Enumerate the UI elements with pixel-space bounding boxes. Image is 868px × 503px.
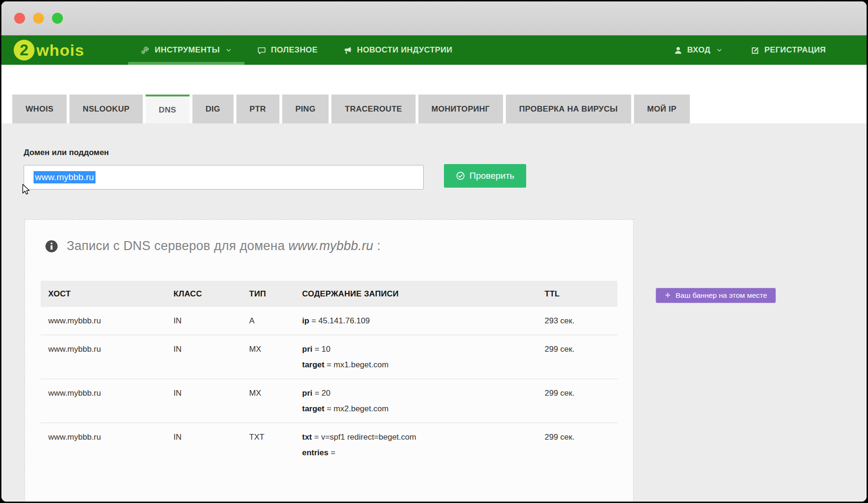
table-row: www.mybbb.ruINMXpri = 20target = mx2.beg… (41, 379, 617, 423)
nav-account-menu: ВХОДРЕГИСТРАЦИЯ (670, 35, 830, 65)
cell-class: IN (174, 429, 249, 460)
check-button[interactable]: Проверить (444, 164, 526, 188)
results-heading-text: Записи с DNS серверов для домена www.myb… (67, 239, 381, 253)
logo-text: whois (36, 41, 84, 60)
register-icon (751, 46, 760, 55)
check-circle-icon (456, 171, 465, 181)
nav-item-label: ВХОД (687, 45, 711, 55)
user-icon (674, 46, 683, 55)
cell-host: www.mybbb.ru (48, 429, 174, 460)
tab-мониторинг[interactable]: МОНИТОРИНГ (418, 95, 503, 123)
logo-badge: 2 (14, 40, 35, 61)
heading-suffix: : (377, 239, 381, 253)
table-body: www.mybbb.ruINAip = 45.141.76.109293 сек… (41, 307, 617, 467)
cell-host: www.mybbb.ru (48, 313, 174, 329)
cell-class: IN (174, 341, 249, 373)
tools-tab-strip: WHOISNSLOOKUPDNSDIGPTRPINGTRACEROUTEМОНИ… (1, 65, 867, 123)
record-content-line: pri = 10 (302, 341, 545, 357)
cell-content: ip = 45.141.76.109 (302, 313, 545, 329)
cell-content: pri = 20target = mx2.beget.com (302, 385, 545, 416)
close-button[interactable] (14, 13, 25, 24)
tab-ping[interactable]: PING (282, 95, 329, 123)
nav-item-login[interactable]: ВХОД (670, 35, 726, 65)
nav-item-label: ИНСТРУМЕНТЫ (155, 45, 220, 55)
table-row: www.mybbb.ruINMXpri = 10target = mx1.beg… (41, 335, 617, 379)
cell-class: IN (174, 385, 249, 416)
cell-type: A (249, 313, 302, 329)
domain-input-label: Домен или поддомен (24, 148, 109, 157)
check-button-label: Проверить (469, 171, 514, 181)
nav-item-registration[interactable]: РЕГИСТРАЦИЯ (747, 35, 830, 65)
tab-проверка-на-вирусы[interactable]: ПРОВЕРКА НА ВИРУСЫ (506, 95, 631, 123)
nav-item-tools[interactable]: ИНСТРУМЕНТЫ (128, 35, 244, 65)
cell-ttl: 299 сек. (545, 341, 610, 373)
tab-мой-ip[interactable]: МОЙ IP (634, 95, 690, 123)
table-row: www.mybbb.ruINTXTtxt = v=spf1 redirect=b… (41, 423, 617, 467)
tab-nslookup[interactable]: NSLOOKUP (69, 95, 143, 123)
minimize-button[interactable] (33, 13, 44, 24)
cell-ttl: 299 сек. (545, 429, 610, 460)
tab-dig[interactable]: DIG (192, 95, 234, 123)
nav-item-label: НОВОСТИ ИНДУСТРИИ (357, 45, 452, 55)
cell-ttl: 299 сек. (545, 385, 610, 416)
cell-class: IN (174, 313, 249, 329)
record-content-line: entries = (302, 445, 545, 460)
tab-traceroute[interactable]: TRACEROUTE (331, 95, 415, 123)
cell-host: www.mybbb.ru (48, 341, 174, 373)
ad-banner-placeholder[interactable]: Ваш баннер на этом месте (656, 288, 776, 303)
cell-content: txt = v=spf1 redirect=beget.comentries = (302, 429, 545, 460)
tab-dns[interactable]: DNS (146, 95, 190, 123)
cell-type: MX (249, 341, 302, 373)
megaphone-icon (343, 46, 352, 55)
chevron-down-icon (716, 47, 722, 53)
heading-prefix: Записи с DNS серверов для домена (67, 239, 285, 253)
info-icon (45, 240, 58, 253)
cell-type: TXT (249, 429, 302, 460)
table-header-row: ХОСТКЛАССТИПСОДЕРЖАНИЕ ЗАПИСИTTL (41, 281, 617, 307)
nav-menu: ИНСТРУМЕНТЫПОЛЕЗНОЕНОВОСТИ ИНДУСТРИИ (128, 35, 465, 65)
browser-window: 2 whois ИНСТРУМЕНТЫПОЛЕЗНОЕНОВОСТИ ИНДУС… (0, 0, 868, 503)
cell-host: www.mybbb.ru (48, 385, 174, 416)
zoom-button[interactable] (52, 13, 63, 24)
record-content-line: txt = v=spf1 redirect=beget.com (302, 429, 545, 445)
results-heading: Записи с DNS серверов для домена www.myb… (45, 239, 633, 253)
record-content-line: pri = 20 (302, 385, 545, 401)
nav-item-label: РЕГИСТРАЦИЯ (764, 45, 826, 55)
page-content: Домен или поддомен www.mybbb.ru Проверит… (1, 123, 867, 502)
comment-icon (257, 46, 266, 55)
site-logo[interactable]: 2 whois (14, 35, 84, 65)
column-header: КЛАСС (174, 289, 249, 299)
domain-input[interactable]: www.mybbb.ru (24, 165, 424, 190)
record-content-line: target = mx1.beget.com (302, 357, 545, 373)
column-header: TTL (545, 289, 610, 299)
table-row: www.mybbb.ruINAip = 45.141.76.109293 сек… (41, 307, 617, 335)
tab-whois[interactable]: WHOIS (12, 95, 67, 123)
nav-item-useful[interactable]: ПОЛЕЗНОЕ (244, 35, 330, 65)
dns-records-table: ХОСТКЛАССТИПСОДЕРЖАНИЕ ЗАПИСИTTL www.myb… (41, 281, 617, 467)
column-header: СОДЕРЖАНИЕ ЗАПИСИ (302, 289, 545, 299)
nav-item-label: ПОЛЕЗНОЕ (271, 45, 318, 55)
move-icon (664, 292, 671, 299)
traffic-lights (14, 13, 63, 24)
window-titlebar (1, 1, 867, 35)
banner-label: Ваш баннер на этом месте (676, 291, 767, 300)
main-navbar: 2 whois ИНСТРУМЕНТЫПОЛЕЗНОЕНОВОСТИ ИНДУС… (1, 35, 867, 65)
column-header: ХОСТ (48, 289, 174, 299)
nav-item-industry-news[interactable]: НОВОСТИ ИНДУСТРИИ (330, 35, 465, 65)
record-content-line: ip = 45.141.76.109 (302, 313, 545, 329)
tool-tabs: WHOISNSLOOKUPDNSDIGPTRPINGTRACEROUTEМОНИ… (12, 95, 690, 123)
dns-results-panel: Записи с DNS серверов для домена www.myb… (25, 219, 634, 503)
column-header: ТИП (249, 289, 302, 299)
record-content-line: target = mx2.beget.com (302, 401, 545, 416)
gears-icon (141, 46, 150, 55)
heading-domain: www.mybbb.ru (288, 239, 373, 253)
selected-input-text: www.mybbb.ru (34, 171, 95, 183)
cell-content: pri = 10target = mx1.beget.com (302, 341, 545, 373)
cell-ttl: 293 сек. (545, 313, 610, 329)
chevron-down-icon (226, 47, 232, 53)
cell-type: MX (249, 385, 302, 416)
tab-ptr[interactable]: PTR (236, 95, 279, 123)
